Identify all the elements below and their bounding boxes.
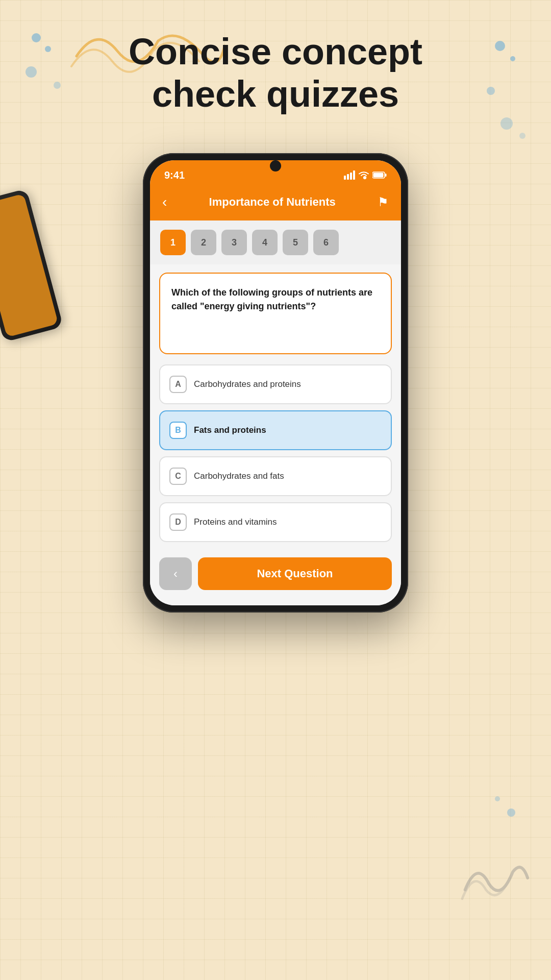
battery-icon [372,171,387,179]
svg-rect-1 [347,174,349,180]
wifi-icon [358,170,369,180]
prev-button[interactable]: ‹ [159,557,192,590]
status-time: 9:41 [164,169,185,181]
answer-letter-a: A [169,376,187,393]
nav-btn-4[interactable]: 4 [252,230,278,255]
nav-btn-1[interactable]: 1 [160,230,186,255]
answer-text-a: Carbohydrates and proteins [194,379,301,389]
header-title: Importance of Nutrients [209,195,336,209]
page-title: Concise concept check quizzes [0,31,551,115]
svg-rect-5 [385,174,387,177]
decorative-side-phone [0,188,63,342]
svg-rect-6 [373,173,384,178]
svg-rect-0 [344,176,346,180]
nav-btn-2[interactable]: 2 [191,230,216,255]
answer-option-b[interactable]: B Fats and proteins [159,410,392,450]
answers-area: A Carbohydrates and proteins B Fats and … [150,362,401,547]
answer-letter-c: C [169,468,187,485]
phone-mockup: 9:41 [143,153,408,612]
answer-text-d: Proteins and vitamins [194,517,277,527]
answer-text-c: Carbohydrates and fats [194,471,284,481]
flag-button[interactable]: ⚑ [378,195,389,209]
answer-letter-d: D [169,513,187,531]
svg-rect-2 [350,173,352,180]
nav-btn-3[interactable]: 3 [221,230,247,255]
svg-rect-3 [353,170,355,180]
back-button[interactable]: ‹ [162,194,167,210]
bottom-navigation: ‹ Next Question [150,547,401,605]
question-text: Which of the following groups of nutrien… [171,286,380,313]
answer-option-d[interactable]: D Proteins and vitamins [159,502,392,542]
camera-notch [270,160,281,172]
question-navigation: 1 2 3 4 5 6 [150,220,401,264]
question-card: Which of the following groups of nutrien… [159,273,392,354]
answer-text-b: Fats and proteins [194,425,266,435]
nav-btn-6[interactable]: 6 [313,230,339,255]
status-icons [344,170,387,180]
answer-option-c[interactable]: C Carbohydrates and fats [159,456,392,496]
signal-icon [344,170,355,180]
app-header: ‹ Importance of Nutrients ⚑ [150,188,401,220]
question-area: Which of the following groups of nutrien… [150,264,401,362]
next-question-button[interactable]: Next Question [198,557,392,590]
nav-btn-5[interactable]: 5 [283,230,308,255]
answer-letter-b: B [169,422,187,439]
answer-option-a[interactable]: A Carbohydrates and proteins [159,364,392,404]
